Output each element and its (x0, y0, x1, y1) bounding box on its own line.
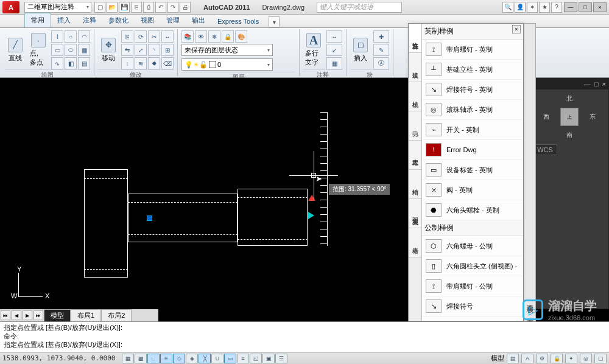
palette-title-bar[interactable]: 选项板 - 所有选项板 (524, 23, 536, 321)
window-minimize-button[interactable]: — (564, 2, 577, 12)
navpanel-max-icon[interactable]: □ (594, 80, 599, 88)
ribbon-tab-home[interactable]: 常用 (24, 13, 51, 27)
palette-item[interactable]: ↘焊接符号 - 英制 (422, 80, 523, 100)
ribbon-appearance-icon[interactable]: ▾ (269, 16, 280, 27)
command-input[interactable] (125, 341, 605, 349)
layerprop-icon[interactable]: 📚 (181, 30, 194, 43)
tool-mirror-icon[interactable]: ⇋ (121, 44, 133, 56)
palette-item[interactable]: ◎滚珠轴承 - 英制 (422, 100, 523, 120)
tool-point[interactable]: · 点, 多点 (28, 30, 49, 69)
status-lock-icon[interactable]: 🔒 (551, 354, 563, 363)
qat-print-icon[interactable]: 🖨 (180, 2, 191, 13)
status-workspace-icon[interactable]: ⚙ (536, 354, 548, 363)
block-attr-icon[interactable]: Ⓐ (373, 57, 389, 69)
tool-fillet-icon[interactable]: ◝ (148, 44, 160, 56)
qat-undo-icon[interactable]: ↶ (155, 2, 166, 13)
status-lwt-icon[interactable]: ≡ (237, 354, 249, 363)
tool-arc-icon[interactable]: ◠ (78, 30, 90, 43)
palette-tab-5[interactable]: 结构 (409, 170, 421, 199)
palette-item[interactable]: ⬣六角头螺栓 - 英制 (422, 200, 523, 220)
app-menu-button[interactable]: A (2, 1, 19, 13)
exchange-icon[interactable]: ✶ (527, 2, 538, 13)
layout-nav-last[interactable]: ⏭ (33, 310, 43, 320)
tool-rect-icon[interactable]: ▭ (51, 44, 63, 56)
palette-item[interactable]: ⟟带肩螺钉 - 公制 (422, 276, 523, 296)
layeriso-icon[interactable]: 👁 (195, 30, 207, 43)
tool-region-icon[interactable]: ◧ (65, 57, 77, 69)
palette-item[interactable]: ⤫阀 - 英制 (422, 180, 523, 200)
block-edit-icon[interactable]: ✎ (373, 44, 389, 56)
favorite-icon[interactable]: ★ (539, 2, 550, 13)
tool-hatch-icon[interactable]: ▦ (78, 44, 90, 56)
palette-tab-2[interactable]: 机械 (409, 82, 421, 111)
help-icon[interactable]: ? (551, 2, 562, 13)
qat-redo-icon[interactable]: ↷ (167, 2, 178, 13)
palette-tab-3[interactable]: 电力 (409, 111, 421, 141)
layout-tab-model[interactable]: 模型 (44, 309, 71, 321)
sign-in-icon[interactable]: 👤 (515, 2, 526, 13)
viewcube-top-face[interactable]: 上 (560, 108, 579, 126)
window-close-button[interactable]: × (593, 2, 607, 12)
palette-tab-0[interactable]: 注释 (409, 24, 421, 53)
tool-move[interactable]: ✥ 移动 (98, 30, 119, 69)
tool-stretch-icon[interactable]: ↕ (121, 57, 133, 69)
status-qp-icon[interactable]: ▣ (262, 354, 275, 363)
tool-circle-icon[interactable]: ○ (65, 30, 77, 43)
status-grid-icon[interactable]: ▩ (135, 354, 147, 363)
palette-item[interactable]: ↘焊接符号 (422, 296, 523, 317)
tool-explode-icon[interactable]: ✸ (148, 57, 160, 69)
view-cube[interactable]: 北 南 西 东 上 (548, 96, 591, 138)
ribbon-tab-insert[interactable]: 插入 (51, 13, 77, 27)
tool-polyline-icon[interactable]: ⌇ (51, 30, 63, 43)
grip-point[interactable] (147, 215, 152, 221)
tool-spline-icon[interactable]: ∿ (51, 57, 63, 69)
workspace-dropdown[interactable]: 二维草图与注释 (24, 2, 91, 13)
status-dyn-icon[interactable]: ▭ (224, 354, 236, 363)
ribbon-tab-view[interactable]: 视图 (135, 13, 160, 27)
status-osnap-icon[interactable]: ◇ (173, 354, 185, 363)
tool-extend-icon[interactable]: ↔ (161, 30, 174, 43)
palette-item[interactable]: ⟟带肩螺钉 - 英制 (422, 40, 523, 60)
palette-item[interactable]: ⬡六角螺母 - 公制 (422, 236, 523, 256)
palette-close-button[interactable]: × (512, 25, 521, 33)
navpanel-min-icon[interactable]: — (584, 80, 591, 88)
palette-tab-1[interactable]: 建筑 (409, 53, 421, 82)
palette-item[interactable]: ⌁开关 - 英制 (422, 120, 523, 140)
layout-tab-layout1[interactable]: 布局1 (71, 309, 101, 321)
dim-linear-icon[interactable]: ↔ (326, 30, 342, 43)
status-clean-icon[interactable]: ▢ (594, 354, 607, 363)
tool-table-icon[interactable]: ▤ (78, 57, 90, 69)
tool-copy-icon[interactable]: ⎘ (121, 30, 133, 43)
ribbon-tab-manage[interactable]: 管理 (160, 13, 186, 27)
layout-nav-next[interactable]: ▶ (23, 310, 32, 320)
tool-trim-icon[interactable]: ✂ (148, 30, 160, 43)
status-ortho-icon[interactable]: ∟ (147, 354, 160, 363)
qat-new-icon[interactable]: ▢ (94, 2, 105, 13)
command-window[interactable]: 指定点位置或 [基点(B)/放弃(U)/退出(X)]: 命令: 指定点位置或 [… (0, 321, 609, 352)
qat-open-icon[interactable]: 📂 (107, 2, 118, 13)
qat-saveas-icon[interactable]: ⎘ (131, 2, 142, 13)
layerlock-icon[interactable]: 🔒 (222, 30, 234, 43)
infocenter-search-icon[interactable]: 🔍 (502, 2, 513, 13)
status-coordinates[interactable]: 1538.0993, 1073.9040, 0.0000 (2, 354, 118, 362)
ribbon-tab-annotate[interactable]: 注释 (77, 13, 102, 27)
status-transparency-icon[interactable]: ◱ (250, 354, 262, 363)
status-otrack-icon[interactable]: ╳ (199, 354, 211, 363)
window-maximize-button[interactable]: □ (579, 2, 592, 12)
layerfreeze-icon[interactable]: ❄ (208, 30, 220, 43)
status-annoscale-icon[interactable]: A (521, 354, 533, 363)
search-input[interactable]: 键入关键字或短语 (317, 2, 402, 13)
status-polar-icon[interactable]: ✳ (160, 354, 172, 363)
status-isolate-icon[interactable]: ◎ (580, 354, 592, 363)
tool-ellipse-icon[interactable]: ⬭ (65, 44, 77, 56)
status-sc-icon[interactable]: ☰ (275, 354, 287, 363)
palette-item[interactable]: ▯六角圆柱头立 (侧视图) - (422, 256, 523, 276)
table-icon[interactable]: ▦ (326, 57, 342, 69)
status-3dosnap-icon[interactable]: ◈ (186, 354, 198, 363)
status-model-label[interactable]: 模型 (491, 354, 504, 363)
palette-item[interactable]: ▭设备标签 - 英制 (422, 160, 523, 180)
tool-mtext[interactable]: A 多行文字 (303, 30, 324, 69)
palette-item[interactable]: ┴基础立柱 - 英制 (422, 60, 523, 80)
wcs-dropdown[interactable]: WCS (533, 144, 557, 155)
current-layer-dropdown[interactable]: 💡 ☀ 🔓 0 (181, 58, 273, 71)
